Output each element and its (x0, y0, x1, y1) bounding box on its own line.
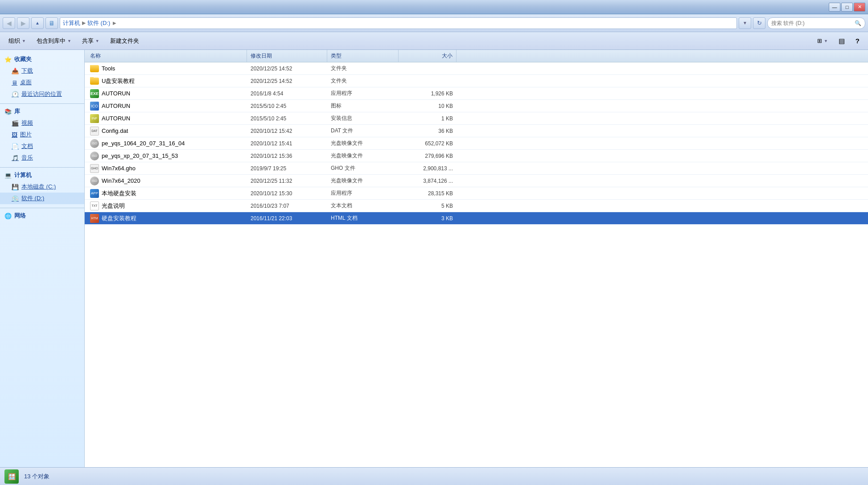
document-icon: 📄 (12, 143, 19, 150)
minimize-button[interactable]: — (829, 3, 840, 12)
file-date: 2020/10/12 15:36 (247, 153, 327, 159)
file-name-text: 本地硬盘安装 (102, 189, 136, 197)
file-name: GHO Win7x64.gho (86, 164, 247, 173)
file-area: 名称 修改日期 类型 大小 Tools 2020/12/25 14:52 文件夹… (85, 50, 868, 467)
file-name: ISO Win7x64_2020 (86, 177, 247, 185)
file-name-text: pe_yqs_1064_20_07_31_16_04 (102, 140, 185, 147)
sidebar-item-local-c[interactable]: 💾 本地磁盘 (C:) (0, 181, 84, 193)
file-name: TXT 光盘说明 (86, 201, 247, 210)
organize-button[interactable]: 组织 ▼ (4, 35, 31, 47)
file-size: 36 KB (399, 128, 457, 134)
sidebar-item-download[interactable]: 📥 下载 (0, 65, 84, 77)
file-type: 光盘映像文件 (327, 177, 399, 185)
breadcrumb[interactable]: 计算机 ▶ 软件 (D:) ▶ (60, 17, 737, 29)
computer-section: 💻 计算机 💾 本地磁盘 (C:) 💿 软件 (D:) (0, 169, 84, 204)
maximize-button[interactable]: □ (841, 3, 853, 12)
search-icon[interactable]: 🔍 (855, 20, 861, 26)
search-input[interactable] (771, 20, 853, 26)
share-dropdown-arrow: ▼ (95, 39, 99, 43)
table-row[interactable]: EXE AUTORUN 2016/1/8 4:54 应用程序 1,926 KB (85, 87, 868, 100)
file-date: 2020/12/25 14:52 (247, 78, 327, 84)
breadcrumb-computer[interactable]: 计算机 (63, 19, 80, 27)
help-icon: ? (856, 37, 860, 45)
address-dropdown[interactable]: ▼ (739, 17, 751, 29)
music-icon: 🎵 (12, 155, 19, 161)
network-header[interactable]: 🌐 网络 (0, 210, 84, 222)
new-folder-button[interactable]: 新建文件夹 (105, 35, 144, 47)
iso-icon: ISO (90, 152, 99, 160)
table-row[interactable]: ISO Win7x64_2020 2020/12/25 11:32 光盘映像文件… (85, 175, 868, 187)
file-name-text: 硬盘安装教程 (102, 214, 136, 222)
table-row[interactable]: TXT 光盘说明 2016/10/23 7:07 文本文档 5 KB (85, 200, 868, 212)
star-icon: ⭐ (4, 56, 12, 63)
file-type: DAT 文件 (327, 127, 399, 135)
file-date: 2015/5/10 2:45 (247, 103, 327, 109)
sidebar-item-software-d[interactable]: 💿 软件 (D:) (0, 193, 84, 204)
file-name-text: pe_yqs_xp_20_07_31_15_53 (102, 152, 178, 159)
home-icon: 🖥 (45, 17, 58, 29)
search-box: 🔍 (767, 17, 865, 29)
file-type: 安装信息 (327, 115, 399, 122)
file-name-text: Tools (102, 65, 115, 72)
sidebar-item-recent[interactable]: 🕐 最近访问的位置 (0, 88, 84, 100)
computer-label: 计算机 (14, 171, 32, 179)
view-icon: ⊞ (817, 37, 822, 44)
up-button[interactable]: ▲ (31, 17, 44, 29)
table-row[interactable]: HTM 硬盘安装教程 2016/11/21 22:03 HTML 文档 3 KB (85, 212, 868, 225)
sidebar: ⭐ 收藏夹 📥 下载 🖥 桌面 🕐 最近访问的位置 📚 库 (0, 50, 85, 467)
back-button[interactable]: ◀ (3, 17, 15, 29)
col-header-size[interactable]: 大小 (399, 50, 457, 62)
file-size: 1 KB (399, 115, 457, 122)
title-bar: — □ ✕ (0, 0, 868, 14)
file-name: Tools (86, 65, 247, 72)
download-label: 下载 (21, 67, 33, 75)
sidebar-item-picture[interactable]: 🖼 图片 (0, 129, 84, 140)
network-icon: 🌐 (4, 213, 12, 219)
library-dropdown-arrow: ▼ (67, 39, 71, 43)
computer-header[interactable]: 💻 计算机 (0, 169, 84, 181)
favorites-label: 收藏夹 (14, 55, 32, 63)
view-toggle-button[interactable]: ⊞ ▼ (812, 35, 833, 47)
status-count: 13 个对象 (24, 473, 49, 481)
sidebar-item-music[interactable]: 🎵 音乐 (0, 152, 84, 164)
table-row[interactable]: U盘安装教程 2020/12/25 14:52 文件夹 (85, 75, 868, 87)
file-size: 2,900,813 ... (399, 165, 457, 172)
file-type: 文件夹 (327, 65, 399, 72)
forward-button[interactable]: ▶ (17, 17, 29, 29)
file-type: 文件夹 (327, 77, 399, 85)
sidebar-item-document[interactable]: 📄 文档 (0, 140, 84, 152)
share-button[interactable]: 共享 ▼ (77, 35, 104, 47)
file-name: APP 本地硬盘安装 (86, 189, 247, 198)
table-row[interactable]: Tools 2020/12/25 14:52 文件夹 (85, 62, 868, 75)
col-header-name[interactable]: 名称 (86, 50, 247, 62)
file-name: ICO AUTORUN (86, 102, 247, 111)
include-library-button[interactable]: 包含到库中 ▼ (32, 35, 76, 47)
table-row[interactable]: ISO pe_yqs_1064_20_07_31_16_04 2020/10/1… (85, 137, 868, 150)
library-header[interactable]: 📚 库 (0, 106, 84, 117)
help-button[interactable]: ? (851, 35, 864, 47)
breadcrumb-drive[interactable]: 软件 (D:) (87, 19, 110, 27)
table-row[interactable]: INF AUTORUN 2015/5/10 2:45 安装信息 1 KB (85, 112, 868, 125)
table-row[interactable]: DAT Config.dat 2020/10/12 15:42 DAT 文件 3… (85, 125, 868, 137)
col-header-modified[interactable]: 修改日期 (247, 50, 327, 62)
img-icon: ICO (90, 102, 99, 111)
sidebar-item-video[interactable]: 🎬 视频 (0, 117, 84, 129)
library-section: 📚 库 🎬 视频 🖼 图片 📄 文档 🎵 音乐 (0, 106, 84, 164)
library-label: 库 (14, 107, 20, 115)
file-type: 光盘映像文件 (327, 140, 399, 147)
preview-pane-button[interactable]: ▤ (834, 35, 850, 47)
table-row[interactable]: GHO Win7x64.gho 2019/9/7 19:25 GHO 文件 2,… (85, 162, 868, 175)
col-header-type[interactable]: 类型 (327, 50, 399, 62)
table-row[interactable]: ICO AUTORUN 2015/5/10 2:45 图标 10 KB (85, 100, 868, 112)
table-row[interactable]: ISO pe_yqs_xp_20_07_31_15_53 2020/10/12 … (85, 150, 868, 162)
close-button[interactable]: ✕ (854, 3, 865, 12)
table-row[interactable]: APP 本地硬盘安装 2020/10/12 15:30 应用程序 28,315 … (85, 187, 868, 200)
download-icon: 📥 (12, 68, 19, 74)
file-name-text: Win7x64.gho (102, 165, 136, 172)
file-name: ISO pe_yqs_xp_20_07_31_15_53 (86, 152, 247, 160)
file-size: 279,696 KB (399, 153, 457, 159)
sidebar-item-desktop[interactable]: 🖥 桌面 (0, 77, 84, 88)
app-icon: 🪟 (4, 469, 19, 484)
refresh-button[interactable]: ↻ (753, 17, 765, 29)
favorites-header[interactable]: ⭐ 收藏夹 (0, 53, 84, 65)
